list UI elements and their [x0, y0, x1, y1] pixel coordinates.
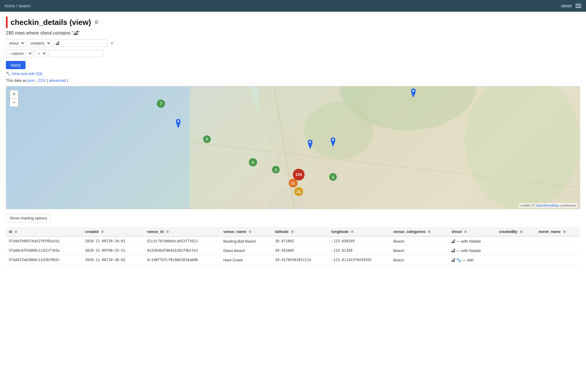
col-label: createdBy	[499, 229, 517, 234]
cell-event_name	[536, 246, 580, 255]
filter1-clear-button[interactable]: ×	[109, 41, 114, 46]
title-row: checkin_details (view) ⚙	[6, 16, 580, 28]
col-gear-icon[interactable]: ⚙	[14, 230, 17, 234]
svg-point-4	[305, 102, 373, 159]
col-header-createdBy[interactable]: createdBy ⚙	[496, 227, 536, 236]
cluster-marker[interactable]: 216	[293, 169, 305, 180]
map-pin[interactable]	[307, 140, 314, 150]
cluster-marker[interactable]: 21	[294, 187, 303, 196]
cell-createdBy	[496, 255, 536, 265]
menu-button[interactable]	[575, 4, 581, 8]
cell-venue_name: Hare Creek	[220, 255, 272, 265]
col-header-shout[interactable]: shout ⚙	[449, 227, 496, 236]
cluster-marker[interactable]: 2	[329, 173, 337, 181]
cell-created: 2020-11-09T20:34:01	[82, 236, 144, 246]
cluster-marker[interactable]: 21	[289, 179, 298, 188]
cell-shout: 🏕 🐾 — with	[449, 255, 496, 265]
cell-venue_categories: Beach	[390, 246, 449, 255]
advanced-link[interactable]: advanced	[49, 78, 66, 83]
username: simon	[561, 4, 572, 8]
top-navigation: home / swarm simon	[0, 0, 586, 12]
settings-gear-icon[interactable]: ⚙	[94, 19, 99, 25]
map-container[interactable]: + − 725221621212 Leaflet | © OpenStreetM…	[6, 86, 580, 209]
table-row: 5fa88c8f63060c11d31f765e2020-11-09T00:25…	[6, 246, 580, 255]
filter1-operator-select[interactable]: contains	[27, 39, 51, 47]
col-header-created[interactable]: created ⚙	[82, 227, 144, 236]
filter2-column-select[interactable]: - column -	[6, 50, 33, 57]
col-header-longitude[interactable]: longitude ⚙	[328, 227, 390, 236]
table-row: 5fa8473a63060c11d3bf983c2020-11-08T19:30…	[6, 255, 580, 265]
table-header-row: id ⚙created ⚙venue_id ⚙venue_name ⚙latit…	[6, 227, 580, 236]
map-terrain-svg	[6, 86, 580, 209]
filter-row-1: shout contains ×	[6, 39, 580, 47]
col-gear-icon[interactable]: ⚙	[291, 230, 294, 234]
cell-venue_id[interactable]: 4c1d0f7bfcf8c9b63818ab0b	[144, 255, 220, 265]
svg-point-12	[412, 90, 414, 92]
col-label: venue_categories	[393, 229, 426, 234]
cell-venue_id[interactable]: 52c3c7bf498ebca652f72621	[144, 236, 220, 246]
zoom-in-button[interactable]: +	[10, 90, 18, 98]
json-link[interactable]: json	[28, 78, 35, 83]
filter2-operator-select[interactable]: =	[35, 50, 47, 57]
cluster-marker[interactable]: 5	[249, 158, 257, 166]
col-header-venue_name[interactable]: venue_name ⚙	[220, 227, 272, 236]
map-pin[interactable]	[329, 137, 337, 148]
col-gear-icon[interactable]: ⚙	[351, 230, 354, 234]
data-table: id ⚙created ⚙venue_id ⚙venue_name ⚙latit…	[6, 227, 580, 265]
map-pin[interactable]	[410, 88, 417, 99]
svg-point-11	[332, 139, 334, 141]
csv-link[interactable]: CSV	[38, 78, 46, 83]
col-label: event_name	[539, 229, 560, 234]
cell-venue_id[interactable]: 4a336dbdf964a5202f9b1fe3	[144, 246, 220, 255]
col-gear-icon[interactable]: ⚙	[520, 230, 523, 234]
col-gear-icon[interactable]: ⚙	[464, 230, 467, 234]
filter1-value-input[interactable]	[53, 40, 108, 47]
cell-created: 2020-11-08T19:30:02	[82, 255, 144, 265]
col-gear-icon[interactable]: ⚙	[563, 230, 566, 234]
cell-shout: 🏕 — with Natalie	[449, 236, 496, 246]
svg-point-3	[465, 86, 580, 209]
col-label: shout	[451, 229, 462, 234]
col-gear-icon[interactable]: ⚙	[166, 230, 169, 234]
cluster-marker[interactable]: 2	[272, 166, 280, 173]
col-header-id[interactable]: id ⚙	[6, 227, 82, 236]
filter2-value-input[interactable]	[49, 50, 103, 57]
show-charting-options-button[interactable]: Show charting options	[6, 214, 51, 222]
cell-id[interactable]: 5fa9a7b98376a5276f05acb1	[6, 236, 82, 246]
filter1-column-select[interactable]: shout	[6, 39, 25, 47]
cell-latitude: 38.871082	[272, 236, 328, 246]
col-header-venue_id[interactable]: venue_id ⚙	[144, 227, 220, 236]
page-content: checkin_details (view) ⚙ 280 rows where …	[0, 12, 586, 270]
cell-createdBy	[496, 246, 536, 255]
svg-point-10	[309, 141, 311, 143]
map-zoom-controls[interactable]: + −	[10, 90, 18, 107]
apply-button[interactable]: Apply	[6, 61, 26, 69]
page-title: checkin_details (view)	[11, 18, 91, 27]
col-header-latitude[interactable]: latitude ⚙	[272, 227, 328, 236]
cluster-marker[interactable]: 2	[203, 135, 211, 143]
col-gear-icon[interactable]: ⚙	[249, 230, 252, 234]
cell-id[interactable]: 5fa8473a63060c11d3bf983c	[6, 255, 82, 265]
cell-createdBy	[496, 236, 536, 246]
map-background: + − 725221621212 Leaflet | © OpenStreetM…	[6, 86, 580, 209]
cell-shout: 🏕 — with Natalie	[449, 246, 496, 255]
swarm-link[interactable]: swarm	[18, 4, 30, 8]
osm-link[interactable]: OpenStreetMap	[536, 204, 559, 207]
cell-id[interactable]: 5fa88c8f63060c11d31f765e	[6, 246, 82, 255]
table-row: 5fa9a7b98376a5276f05acb12020-11-09T20:34…	[6, 236, 580, 246]
col-header-venue_categories[interactable]: venue_categories ⚙	[390, 227, 449, 236]
col-gear-icon[interactable]: ⚙	[101, 230, 104, 234]
zoom-out-button[interactable]: −	[10, 98, 18, 107]
home-link[interactable]: home	[5, 4, 15, 8]
col-gear-icon[interactable]: ⚙	[428, 230, 431, 234]
col-header-event_name[interactable]: event_name ⚙	[536, 227, 580, 236]
cell-venue_categories: Beach	[390, 236, 449, 246]
col-label: longitude	[331, 229, 349, 234]
cell-event_name	[536, 236, 580, 246]
col-label: id	[9, 229, 12, 234]
map-pin[interactable]	[175, 119, 182, 129]
nav-right: simon	[561, 4, 581, 8]
view-edit-sql-link[interactable]: View and edit SQL	[12, 71, 43, 76]
cluster-marker[interactable]: 7	[157, 100, 165, 108]
row-count-text: 280 rows where shout contains "🏕"	[6, 30, 580, 36]
